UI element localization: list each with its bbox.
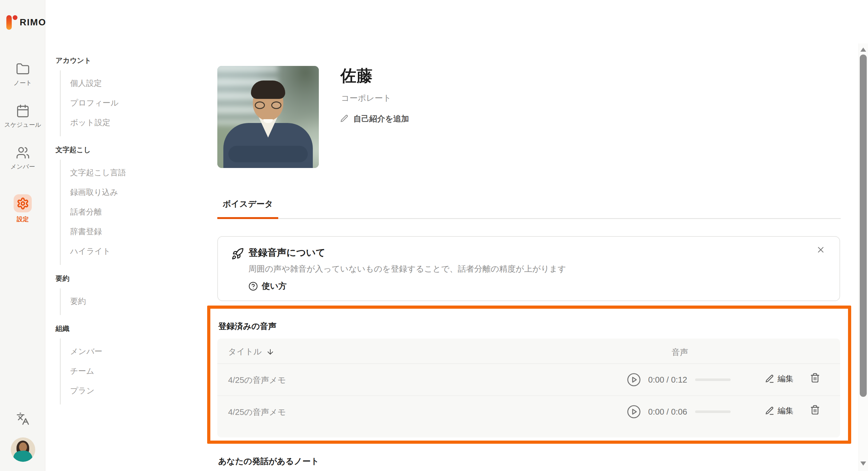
info-card-title: 登録音声について	[248, 246, 326, 259]
pencil-icon	[339, 114, 349, 124]
rimo-logo-icon	[6, 14, 17, 30]
close-icon[interactable]	[816, 245, 826, 255]
column-header-title-sort[interactable]: タイトル	[228, 346, 274, 357]
voice-row-title: 4/25の音声メモ	[228, 407, 286, 418]
arrow-down-icon	[266, 348, 274, 356]
nav-item-personal-settings[interactable]: 個人設定	[70, 73, 195, 93]
playback-time: 0:00 / 0:06	[648, 407, 687, 417]
edit-button[interactable]: 編集	[765, 405, 794, 416]
tabbar-divider	[217, 218, 841, 219]
nav-item-teams[interactable]: チーム	[70, 361, 195, 381]
voice-row: 4/25の音声メモ 0:00 / 0:06 編集	[217, 396, 840, 427]
sidebar-item-label: スケジュール	[4, 121, 41, 129]
nav-item-summary[interactable]: 要約	[70, 292, 195, 311]
user-avatar[interactable]	[11, 437, 35, 462]
active-tab-underline	[217, 217, 278, 219]
rimo-logo-text: RIMO	[20, 17, 46, 28]
nav-item-speaker-separation[interactable]: 話者分離	[70, 202, 195, 222]
pencil-line-icon	[765, 374, 774, 383]
app-window: RIMO ノート スケジュール メンバー	[0, 0, 868, 471]
scrollbar-down-arrow[interactable]	[860, 462, 866, 466]
rimo-logo[interactable]: RIMO	[6, 14, 46, 30]
nav-item-highlight[interactable]: ハイライト	[70, 241, 195, 261]
nav-item-dictionary[interactable]: 辞書登録	[70, 222, 195, 241]
nav-item-bot-settings[interactable]: ボット設定	[70, 113, 195, 133]
gear-icon	[17, 197, 29, 210]
nav-item-members[interactable]: メンバー	[70, 342, 195, 361]
usage-link[interactable]: 使い方	[248, 280, 287, 292]
add-bio-button[interactable]: 自己紹介を追加	[339, 113, 409, 124]
vertical-scrollbar-thumb[interactable]	[860, 55, 867, 397]
sidebar-item-members[interactable]: メンバー	[0, 146, 45, 171]
progress-bar	[695, 410, 731, 413]
nav-section-header: 組織	[56, 324, 195, 333]
trash-icon[interactable]	[810, 405, 820, 415]
language-button[interactable]	[0, 412, 45, 425]
info-card-description: 周囲の声や雑音が入っていないものを登録することで、話者分離の精度が上がります	[248, 263, 566, 274]
users-icon	[16, 146, 30, 160]
notes-section-title: あなたの発話があるノート	[218, 456, 319, 467]
translate-icon	[16, 412, 30, 425]
progress-bar	[695, 378, 731, 381]
voice-table-header: タイトル 音声	[217, 338, 840, 364]
nav-item-transcription-language[interactable]: 文字起こし言語	[70, 163, 195, 182]
calendar-icon	[16, 104, 30, 118]
folder-icon	[16, 62, 30, 76]
settings-active-background	[13, 194, 32, 212]
sidebar-item-settings[interactable]: 設定	[0, 194, 45, 224]
left-sidebar: RIMO ノート スケジュール メンバー	[0, 0, 45, 471]
sidebar-item-schedule[interactable]: スケジュール	[0, 104, 45, 129]
registered-audio-info-card: 登録音声について 周囲の声や雑音が入っていないものを登録することで、話者分離の精…	[217, 236, 840, 301]
nav-section-summary: 要約 要約	[56, 274, 195, 315]
edit-button[interactable]: 編集	[765, 373, 794, 384]
nav-section-organization: 組織 メンバー チーム プラン	[56, 324, 195, 404]
voice-row-title: 4/25の音声メモ	[228, 375, 286, 386]
nav-item-recording-import[interactable]: 録画取り込み	[70, 182, 195, 202]
tab-voice-data[interactable]: ボイスデータ	[217, 198, 278, 209]
sidebar-item-label: 設定	[17, 215, 29, 224]
scrollbar-up-arrow[interactable]	[860, 47, 866, 52]
nav-item-profile[interactable]: プロフィール	[70, 93, 195, 113]
nav-section-transcription: 文字起こし 文字起こし言語 録画取り込み 話者分離 辞書登録 ハイライト	[56, 145, 195, 265]
sidebar-item-label: ノート	[13, 79, 32, 87]
column-header-audio: 音声	[672, 347, 688, 358]
nav-section-account: アカウント 個人設定 プロフィール ボット設定	[56, 56, 195, 136]
play-button[interactable]	[627, 372, 641, 387]
sidebar-item-notes[interactable]: ノート	[0, 62, 45, 87]
profile-role: コーポレート	[341, 93, 391, 104]
profile-photo[interactable]	[217, 66, 319, 168]
pencil-line-icon	[765, 406, 774, 415]
playback-time: 0:00 / 0:12	[648, 375, 687, 385]
trash-icon[interactable]	[810, 373, 820, 383]
nav-section-header: アカウント	[56, 56, 195, 65]
registered-voices-title: 登録済みの音声	[218, 321, 276, 332]
voice-table: タイトル 音声 4/25の音声メモ 0:00 / 0:12 編集	[217, 338, 840, 437]
settings-nav: アカウント 個人設定 プロフィール ボット設定 文字起こし 文字起こし言語 録画…	[56, 56, 195, 413]
rocket-icon	[231, 247, 244, 260]
nav-section-header: 要約	[56, 274, 195, 283]
nav-item-plan[interactable]: プラン	[70, 381, 195, 401]
question-circle-icon	[248, 281, 258, 291]
nav-section-header: 文字起こし	[56, 145, 195, 155]
sidebar-item-label: メンバー	[10, 163, 35, 171]
profile-name: 佐藤	[340, 65, 373, 87]
play-button[interactable]	[627, 404, 641, 419]
voice-row: 4/25の音声メモ 0:00 / 0:12 編集	[217, 364, 840, 396]
